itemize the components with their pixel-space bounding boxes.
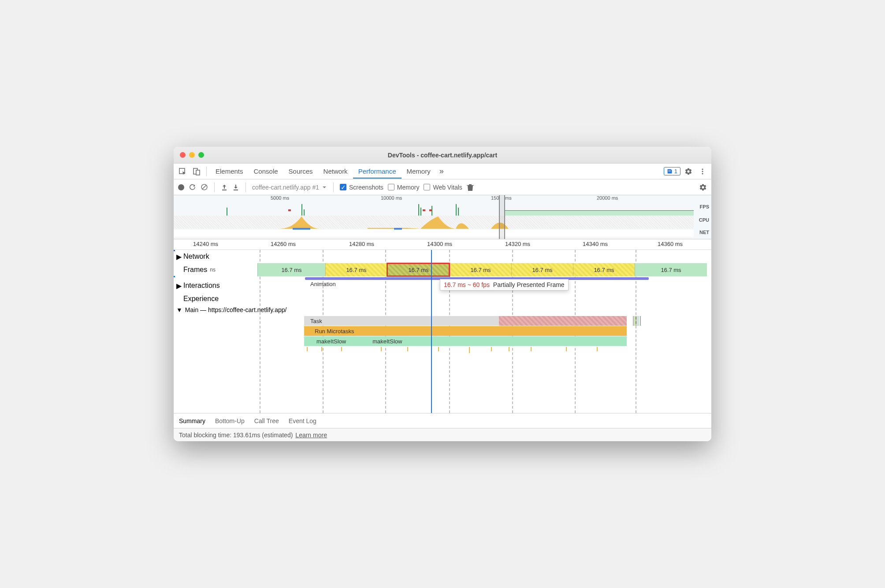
svg-rect-2 [196, 170, 200, 175]
net-track [174, 230, 694, 237]
microtasks-bar[interactable]: Run Microtasks [304, 326, 627, 336]
frame-tooltip: 16.7 ms ~ 60 fps Partially Presented Fra… [440, 279, 569, 290]
tab-sources[interactable]: Sources [283, 164, 318, 179]
frame-block[interactable]: 16.7 ms [257, 263, 325, 276]
blocking-time-text: Total blocking time: 193.61ms (estimated… [179, 432, 293, 439]
record-button[interactable] [178, 184, 184, 190]
overview-tick: 150 [491, 195, 499, 201]
cpu-label: CPU [699, 217, 709, 223]
clear-button[interactable] [201, 183, 208, 191]
fps-track [174, 202, 694, 216]
download-button[interactable] [232, 184, 239, 191]
frame-block[interactable]: 16.7 ms [450, 263, 511, 276]
checkbox-icon [388, 184, 394, 190]
main-track-header[interactable]: ▼ Main — https://coffee-cart.netlify.app… [176, 306, 286, 313]
experience-track-header[interactable]: ▶ Experience [176, 292, 219, 305]
perf-toolbar: coffee-cart.netlify.app #1 ✓ Screenshots… [174, 179, 711, 195]
svg-rect-11 [234, 190, 238, 190]
svg-rect-10 [222, 190, 227, 190]
frame-block[interactable]: 16.7 ms [635, 263, 707, 276]
sub-tasks [301, 347, 632, 365]
tab-performance[interactable]: Performance [353, 164, 402, 179]
playhead[interactable] [431, 250, 432, 413]
upload-button[interactable] [221, 184, 228, 191]
fps-label: FPS [700, 204, 709, 209]
interactions-track-header[interactable]: ▶ Interactions [176, 279, 220, 292]
overview-brush[interactable] [499, 195, 505, 239]
frames-track-header[interactable]: ▶ Frames ns [176, 263, 216, 276]
settings-icon[interactable] [682, 165, 695, 178]
tab-bottom-up[interactable]: Bottom-Up [215, 417, 245, 424]
frames-track: 16.7 ms 16.7 ms 16.7 ms 16.7 ms 16.7 ms … [257, 263, 707, 276]
titlebar[interactable]: DevTools - coffee-cart.netlify.app/cart [174, 147, 711, 164]
kebab-menu-icon[interactable] [696, 165, 709, 178]
tab-network[interactable]: Network [318, 164, 353, 179]
overview-tick: 5000 ms [271, 195, 289, 201]
flame-chart[interactable]: ▶ Network ▶ Frames ns ▶ Interactions ▶ E… [174, 250, 711, 413]
svg-point-5 [702, 168, 703, 170]
minimize-icon[interactable] [189, 152, 195, 158]
panel-settings-icon[interactable] [699, 183, 707, 191]
tab-call-tree[interactable]: Call Tree [254, 417, 279, 424]
close-icon[interactable] [180, 152, 186, 158]
traffic-lights [180, 152, 204, 158]
devtools-window: DevTools - coffee-cart.netlify.app/cart … [174, 147, 711, 441]
screenshots-checkbox[interactable]: ✓ Screenshots [340, 184, 383, 191]
tab-memory[interactable]: Memory [402, 164, 436, 179]
net-label: NET [699, 230, 709, 235]
task-bar[interactable]: Task [304, 316, 627, 326]
window-title: DevTools - coffee-cart.netlify.app/cart [174, 152, 711, 159]
device-toggle-icon[interactable] [190, 165, 203, 178]
reload-record-button[interactable] [189, 183, 196, 191]
trash-button[interactable] [467, 183, 474, 191]
frame-block[interactable]: 16.7 ms [325, 263, 387, 276]
overview-tick: 20000 ms [597, 195, 618, 201]
zoom-icon[interactable] [198, 152, 204, 158]
disclosure-right-icon: ▶ [176, 282, 182, 290]
recording-select[interactable]: coffee-cart.netlify.app #1 [252, 184, 327, 191]
makeitslow-bar[interactable]: makeItSlow makeItSlow [304, 336, 627, 346]
frame-block[interactable]: 16.7 ms [511, 263, 573, 276]
inspect-icon[interactable] [176, 165, 189, 178]
status-bar: Total blocking time: 193.61ms (estimated… [174, 428, 711, 441]
hover-bracket-icon [174, 250, 175, 277]
long-task-corner-icon [622, 316, 627, 320]
checkbox-icon [424, 184, 430, 190]
tab-summary[interactable]: Summary [179, 417, 205, 424]
issues-badge[interactable]: 1 [664, 167, 680, 175]
svg-point-7 [702, 173, 703, 174]
more-tabs-icon[interactable]: » [438, 167, 446, 176]
tab-console[interactable]: Console [249, 164, 283, 179]
disclosure-right-icon: ▶ [176, 253, 182, 261]
svg-rect-4 [668, 171, 671, 172]
chevron-down-icon [322, 185, 327, 190]
tab-event-log[interactable]: Event Log [289, 417, 316, 424]
flame-slivers [633, 316, 641, 326]
network-track-header[interactable]: ▶ Network [176, 250, 209, 263]
cpu-track [174, 216, 694, 229]
frame-block[interactable]: 16.7 ms [573, 263, 635, 276]
timeline-ruler[interactable]: 14240 ms 14260 ms 14280 ms 14300 ms 1432… [174, 239, 711, 250]
learn-more-link[interactable]: Learn more [295, 432, 327, 439]
disclosure-down-icon: ▼ [176, 306, 182, 313]
memory-checkbox[interactable]: Memory [388, 184, 420, 191]
webvitals-checkbox[interactable]: Web Vitals [424, 184, 462, 191]
issues-count: 1 [674, 168, 677, 175]
details-tabbar: Summary Bottom-Up Call Tree Event Log [174, 413, 711, 428]
svg-point-6 [702, 171, 703, 172]
frame-block-selected[interactable]: 16.7 ms [387, 263, 450, 276]
checkbox-checked-icon: ✓ [340, 184, 346, 190]
overview-tick: 10000 ms [381, 195, 402, 201]
main-tabbar: Elements Console Sources Network Perform… [174, 164, 711, 179]
svg-line-9 [202, 185, 206, 189]
animation-label: Animation [310, 281, 336, 287]
overview-tick: ms [505, 195, 512, 201]
tab-elements[interactable]: Elements [210, 164, 249, 179]
overview-minimap[interactable]: 5000 ms 10000 ms 150 ms 20000 ms FPS CPU… [174, 195, 711, 239]
svg-rect-3 [668, 170, 671, 171]
